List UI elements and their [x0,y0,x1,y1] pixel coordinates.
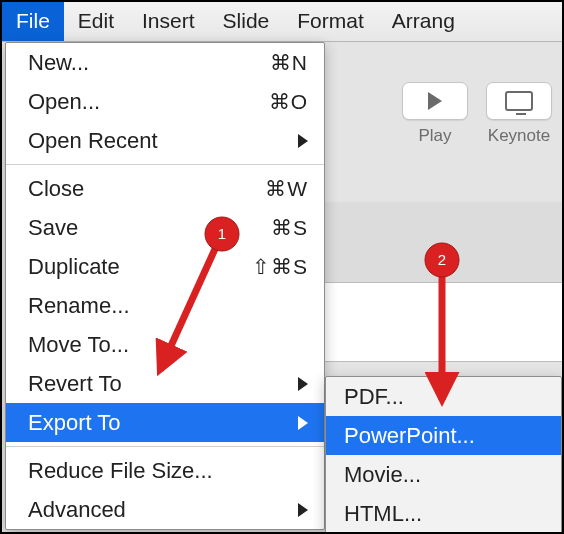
play-icon [428,92,442,110]
menu-insert[interactable]: Insert [128,2,209,41]
svg-marker-1 [298,377,308,391]
menu-format[interactable]: Format [283,2,378,41]
shortcut: ⌘O [242,90,308,114]
toolbar: Play Keynote [402,82,562,146]
menu-item-open-recent[interactable]: Open Recent [6,121,324,160]
menu-slide[interactable]: Slide [209,2,284,41]
shortcut: ⌘N [242,51,308,75]
keynote-label: Keynote [488,126,550,146]
play-label: Play [418,126,451,146]
play-button[interactable]: Play [402,82,468,146]
menu-item-new[interactable]: New... ⌘N [6,43,324,82]
chevron-right-icon [298,416,308,430]
submenu-item-movie[interactable]: Movie... [326,455,561,494]
menu-item-revert-to[interactable]: Revert To [6,364,324,403]
keynote-live-button[interactable]: Keynote [486,82,552,146]
menu-file[interactable]: File [2,2,64,41]
menu-arrange[interactable]: Arrang [378,2,469,41]
menu-item-reduce-file-size[interactable]: Reduce File Size... [6,451,324,490]
separator [6,164,324,165]
menu-item-export-to[interactable]: Export To [6,403,324,442]
menu-item-save[interactable]: Save ⌘S [6,208,324,247]
chevron-right-icon [298,377,308,391]
shortcut: ⌘S [242,216,308,240]
svg-marker-2 [298,416,308,430]
submenu-item-pdf[interactable]: PDF... [326,377,561,416]
menu-item-move-to[interactable]: Move To... [6,325,324,364]
menu-bar: File Edit Insert Slide Format Arrang [2,2,562,42]
file-menu-dropdown: New... ⌘N Open... ⌘O Open Recent Close ⌘… [5,42,325,530]
svg-marker-0 [298,134,308,148]
chevron-right-icon [298,503,308,517]
export-to-submenu: PDF... PowerPoint... Movie... HTML... [325,376,562,534]
document-area [325,202,564,362]
submenu-item-html[interactable]: HTML... [326,494,561,533]
submenu-item-powerpoint[interactable]: PowerPoint... [326,416,561,455]
menu-item-open[interactable]: Open... ⌘O [6,82,324,121]
shortcut: ⌘W [242,177,308,201]
menu-item-advanced[interactable]: Advanced [6,490,324,529]
slide-thumbnail [325,282,564,362]
menu-item-close[interactable]: Close ⌘W [6,169,324,208]
svg-marker-3 [298,503,308,517]
separator [6,446,324,447]
display-icon [505,91,533,111]
menu-item-rename[interactable]: Rename... [6,286,324,325]
chevron-right-icon [298,134,308,148]
menu-edit[interactable]: Edit [64,2,128,41]
menu-item-duplicate[interactable]: Duplicate ⇧⌘S [6,247,324,286]
shortcut: ⇧⌘S [242,255,308,279]
